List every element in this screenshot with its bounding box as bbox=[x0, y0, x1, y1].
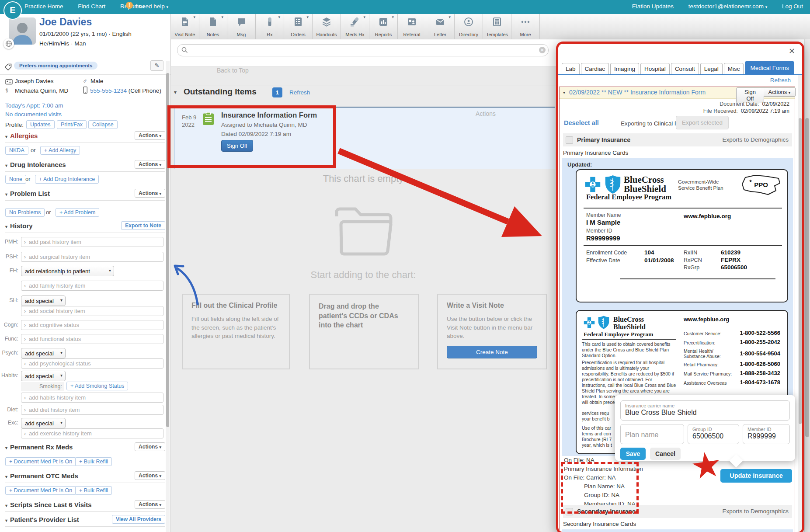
nav-practice-home[interactable]: Practice Home bbox=[24, 3, 63, 10]
update-insurance-button[interactable]: Update Insurance bbox=[720, 469, 792, 483]
nav-help[interactable]: I need help ▾ bbox=[136, 3, 168, 10]
outstanding-item-row[interactable]: Feb 92022 Insurance Information Form Ass… bbox=[174, 107, 555, 169]
tab-misc[interactable]: Misc bbox=[724, 63, 744, 74]
toolbar-notes-button[interactable]: ▾ Notes bbox=[199, 14, 227, 39]
view-all-providers-button[interactable]: View All Providers bbox=[112, 515, 165, 524]
habits-special-select[interactable]: add special▾ bbox=[21, 371, 66, 381]
group-id-field[interactable]: Group ID 65006500 bbox=[688, 424, 739, 444]
phone-link[interactable]: 555-555-1234 bbox=[90, 87, 127, 94]
tab-hospital[interactable]: Hospital bbox=[640, 63, 670, 74]
nav-elation-updates[interactable]: Elation Updates bbox=[632, 3, 674, 10]
carrier-field[interactable]: Insurance carrier name Blue Cross Blue S… bbox=[620, 400, 790, 421]
toolbar-reports-button[interactable]: ▾ Reports bbox=[369, 14, 398, 39]
export-to-note-button[interactable]: Export to Note bbox=[121, 221, 165, 230]
sh-input[interactable]: ›add social history item bbox=[21, 306, 163, 316]
caret-down-icon[interactable]: ▾ bbox=[5, 518, 7, 523]
allergies-actions-button[interactable]: Actions ▾ bbox=[135, 131, 165, 140]
document-med-button[interactable]: + Document Med Pt Is On bbox=[5, 457, 76, 466]
exc-input[interactable]: ›add exercise history item bbox=[21, 428, 163, 438]
profile-updates-button[interactable]: Updates bbox=[26, 120, 55, 129]
toolbar-templates-button[interactable]: Templates bbox=[483, 14, 511, 39]
doc-actions-button[interactable]: Actions ▾ bbox=[764, 87, 796, 97]
save-button[interactable]: Save bbox=[620, 448, 646, 460]
caret-down-icon[interactable]: ▾ bbox=[5, 445, 7, 450]
habits-input[interactable]: ›add habits history item bbox=[21, 393, 163, 403]
toolbar-orders-button[interactable]: ▾ Orders bbox=[284, 14, 313, 39]
document-title-link[interactable]: 02/09/2022 ** NEW ** Insurance Informati… bbox=[569, 89, 706, 96]
caret-down-icon[interactable]: ▾ bbox=[5, 192, 7, 197]
documented-visits-link[interactable]: No documented visits bbox=[5, 111, 62, 118]
caret-down-icon[interactable]: ▾ bbox=[5, 224, 7, 229]
nav-account-menu[interactable]: testdoctor1@elationemr.com ▾ bbox=[688, 3, 767, 10]
caret-down-icon[interactable]: ▾ bbox=[563, 90, 565, 95]
tab-cardiac[interactable]: Cardiac bbox=[581, 63, 609, 74]
tab-imaging[interactable]: Imaging bbox=[610, 63, 639, 74]
toolbar-rx-button[interactable]: ▾ Rx bbox=[256, 14, 284, 39]
toolbar-directory-button[interactable]: Directory bbox=[455, 14, 483, 39]
caret-down-icon[interactable]: ▾ bbox=[5, 163, 7, 168]
rx-meds-actions-button[interactable]: Actions ▾ bbox=[135, 442, 165, 451]
toolbar-handouts-button[interactable]: Handouts bbox=[313, 14, 341, 39]
toolbar-visit-note-button[interactable]: ▾ Visit Note bbox=[170, 14, 199, 39]
create-note-button[interactable]: Create Note bbox=[447, 346, 537, 358]
primary-insurance-checkbox[interactable] bbox=[566, 136, 573, 144]
cancel-button[interactable]: Cancel bbox=[650, 448, 681, 460]
collapse-caret-icon[interactable]: ▾ bbox=[174, 89, 177, 95]
no-problems-pill[interactable]: No Problems bbox=[5, 208, 45, 217]
nav-find-chart[interactable]: Find Chart bbox=[78, 3, 105, 10]
outstanding-refresh-link[interactable]: Refresh bbox=[289, 89, 310, 96]
fh-relationship-select[interactable]: add relationship to patient▾ bbox=[21, 266, 114, 276]
diet-input[interactable]: ›add diet history item bbox=[21, 405, 163, 415]
item-title[interactable]: Insurance Information Form bbox=[221, 111, 317, 119]
member-id-field[interactable]: Member ID R999999 bbox=[743, 424, 790, 444]
tab-legal[interactable]: Legal bbox=[700, 63, 723, 74]
fh-input[interactable]: ›add family history item bbox=[21, 281, 163, 291]
add-drug-intolerance-button[interactable]: + Add Drug Intolerance bbox=[35, 175, 99, 184]
globe-icon[interactable] bbox=[3, 38, 14, 49]
tab-consult[interactable]: Consult bbox=[671, 63, 699, 74]
elation-logo[interactable]: E bbox=[3, 1, 22, 20]
caret-down-icon[interactable]: ▾ bbox=[5, 474, 7, 479]
todays-appt-link[interactable]: Today's Appt: 7:00 am bbox=[5, 102, 63, 109]
item-actions-link[interactable]: Actions bbox=[476, 110, 496, 117]
otc-meds-actions-button[interactable]: Actions ▾ bbox=[135, 471, 165, 480]
toolbar-msg-button[interactable]: Msg bbox=[227, 14, 256, 39]
func-input[interactable]: ›add functional status bbox=[21, 334, 163, 344]
psych-special-select[interactable]: add special▾ bbox=[21, 348, 66, 358]
add-smoking-status-button[interactable]: + Add Smoking Status bbox=[66, 382, 128, 390]
document-header[interactable]: ▾ 02/09/2022 ** NEW ** Insurance Informa… bbox=[560, 87, 795, 99]
psh-input[interactable]: ›add surgical history item bbox=[21, 252, 163, 262]
sidebar-scrollbar-thumb[interactable] bbox=[166, 73, 169, 427]
chart-search-input[interactable]: ✕ bbox=[177, 44, 549, 56]
page-scrollbar-thumb[interactable] bbox=[805, 118, 809, 437]
drug-intolerance-none-pill[interactable]: None bbox=[5, 175, 26, 184]
secondary-insurance-checkbox[interactable] bbox=[566, 508, 573, 515]
caret-down-icon[interactable]: ▾ bbox=[5, 134, 7, 139]
clear-search-icon[interactable]: ✕ bbox=[539, 47, 546, 53]
bulk-refill-button[interactable]: + Bulk Refill bbox=[75, 486, 112, 495]
cogn-input[interactable]: ›add cognitive status bbox=[21, 320, 163, 330]
profile-printfax-button[interactable]: Print/Fax bbox=[57, 120, 87, 129]
toolbar-meds-hx-button[interactable]: ▾ Meds Hx bbox=[341, 14, 369, 39]
psych-input[interactable]: ›add psychological status bbox=[21, 358, 163, 369]
plan-name-field[interactable]: Plan name bbox=[620, 424, 684, 444]
toolbar-letter-button[interactable]: ▾ Letter bbox=[426, 14, 455, 39]
profile-collapse-button[interactable]: Collapse bbox=[88, 120, 118, 129]
patient-tag-pill[interactable]: Prefers morning appointments bbox=[14, 62, 97, 70]
close-icon[interactable]: ✕ bbox=[789, 46, 795, 56]
add-allergy-button[interactable]: + Add Allergy bbox=[40, 146, 80, 155]
export-selected-button[interactable]: Export selected bbox=[676, 116, 729, 129]
document-med-button[interactable]: + Document Med Pt Is On bbox=[5, 486, 76, 495]
pmh-input[interactable]: ›add past history item bbox=[21, 237, 163, 247]
caret-down-icon[interactable]: ▾ bbox=[5, 503, 7, 508]
toolbar-referral-button[interactable]: Referral bbox=[398, 14, 426, 39]
scripts-actions-button[interactable]: Actions ▾ bbox=[135, 500, 165, 509]
tab-medical-forms[interactable]: Medical Forms bbox=[745, 61, 794, 74]
sh-special-select[interactable]: add special▾ bbox=[21, 296, 66, 306]
add-problem-button[interactable]: + Add Problem bbox=[56, 208, 99, 217]
panel-scrollbar-thumb[interactable] bbox=[799, 118, 802, 424]
bulk-refill-button[interactable]: + Bulk Refill bbox=[75, 457, 112, 466]
edit-tags-button[interactable]: ✎ bbox=[150, 60, 163, 71]
allergy-nkda-pill[interactable]: NKDA bbox=[5, 146, 28, 155]
toolbar-more-button[interactable]: More bbox=[511, 14, 540, 39]
